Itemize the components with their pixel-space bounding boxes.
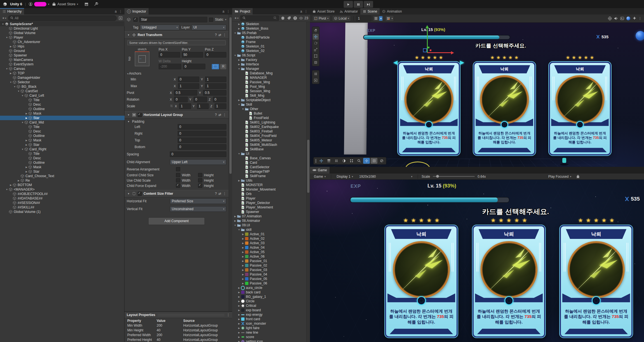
- grid-icon[interactable]: [333, 158, 340, 164]
- foldout-arrow-icon[interactable]: ▶: [241, 278, 245, 280]
- grid-size-field[interactable]: 1: [356, 16, 371, 21]
- tree-item[interactable]: ▶Star: [0, 169, 124, 174]
- scale-slider[interactable]: [433, 176, 475, 177]
- scene-wall-object[interactable]: [344, 23, 368, 155]
- foldout-arrow-icon[interactable]: ▶: [237, 336, 241, 338]
- tree-item[interactable]: #Passive_Mng: [232, 80, 310, 84]
- foldout-arrow-icon[interactable]: ▶: [237, 27, 241, 30]
- foldout-arrow-icon[interactable]: ▼: [237, 103, 241, 106]
- tree-item[interactable]: ▶Passive_05: [232, 277, 310, 281]
- tree-item[interactable]: ▶Passive_03: [232, 268, 310, 272]
- scale-tool[interactable]: [313, 47, 319, 53]
- foldout-arrow-icon[interactable]: ▶: [25, 139, 28, 142]
- tree-item[interactable]: #Skill_Mng: [232, 93, 310, 98]
- static-checkbox[interactable]: [209, 18, 213, 22]
- tree-item[interactable]: ▼Card_Left: [0, 93, 124, 98]
- tree-item[interactable]: #Skill02_Earthquake: [232, 125, 310, 129]
- display-dropdown[interactable]: Display 1▾: [335, 174, 355, 179]
- child-alignment-dropdown[interactable]: Upper Left▾: [170, 159, 226, 165]
- tab-animator[interactable]: Animator: [337, 8, 360, 15]
- game-mode-dropdown[interactable]: Game▾: [312, 174, 327, 179]
- tree-item[interactable]: ▶Active_05: [232, 250, 310, 254]
- gizmos-toggle-icon[interactable]: [632, 16, 637, 21]
- tree-item[interactable]: ▼06.Script: [232, 53, 310, 58]
- reverse-arrangement-checkbox[interactable]: [176, 167, 180, 171]
- lock-icon[interactable]: a: [222, 10, 224, 13]
- skill-card[interactable]: ★★★★★낙뢰하늘에서 랜덤한 몬스터에게 번개를 내리칩니다. 각 번개는 7…: [474, 217, 544, 338]
- tree-item[interactable]: ▼CardSet: [0, 89, 124, 93]
- inspector-scrollbar[interactable]: [229, 15, 232, 342]
- tree-item[interactable]: #Player: [232, 196, 310, 201]
- foldout-arrow-icon[interactable]: ▶: [25, 166, 28, 168]
- layer-dropdown[interactable]: UI▾: [191, 25, 226, 30]
- pivot-toggle[interactable]: Pivot▾: [312, 15, 330, 22]
- play-button[interactable]: [344, 1, 353, 8]
- kebab-menu-icon[interactable]: ⋮: [304, 10, 308, 13]
- tree-item[interactable]: ▶TOP: [0, 71, 124, 75]
- tree-item[interactable]: ▶Passive_02: [232, 263, 310, 268]
- tab-animation[interactable]: Animation: [380, 8, 404, 15]
- height-checkbox[interactable]: [198, 184, 202, 188]
- tree-item[interactable]: Global Volume: [0, 31, 124, 35]
- width-checkbox[interactable]: [176, 173, 180, 177]
- tree-item[interactable]: Outiline: [0, 160, 124, 165]
- number-field[interactable]: -200: [159, 64, 181, 69]
- tab-hierarchy[interactable]: Hierarchy: [0, 8, 24, 15]
- tree-item[interactable]: #Monster_Movement: [232, 187, 310, 192]
- foldout-arrow-icon[interactable]: ▶: [237, 327, 241, 329]
- tree-item[interactable]: #Orb: [232, 192, 310, 196]
- tree-item[interactable]: Ch_Adventurer: [0, 40, 124, 44]
- tree-item[interactable]: ▼BG_Black: [0, 84, 124, 89]
- kebab-menu-icon[interactable]: ⋮: [227, 313, 230, 317]
- tree-item[interactable]: #Session_Mng: [232, 89, 310, 93]
- number-field[interactable]: 0.5: [203, 90, 226, 96]
- content-size-fitter-header[interactable]: ▼ Content Size Fitter ? ⇄ ⋮: [124, 190, 229, 197]
- number-field[interactable]: 0: [194, 97, 207, 102]
- number-field[interactable]: 0: [213, 97, 226, 102]
- foldout-arrow-icon[interactable]: ▶: [237, 63, 241, 66]
- anchor-preset-button[interactable]: [212, 64, 219, 69]
- tree-item[interactable]: Skeleton_02: [232, 49, 310, 53]
- foldout-arrow-icon[interactable]: ▶: [237, 59, 241, 61]
- presets-icon[interactable]: ⇄: [218, 192, 221, 196]
- step-button[interactable]: [364, 1, 373, 8]
- tree-item[interactable]: #Skill06_MultiSlash: [232, 142, 310, 147]
- raw-mode-button[interactable]: R: [220, 64, 226, 69]
- kebab-menu-icon[interactable]: ⋮: [223, 192, 226, 196]
- tab-inspector[interactable]: i Inspector: [124, 8, 149, 15]
- hierarchy-search-input[interactable]: All: [8, 15, 117, 21]
- number-field[interactable]: 50: [182, 52, 203, 58]
- tree-item[interactable]: ▼<MANAGER>: [0, 187, 124, 192]
- help-icon[interactable]: ?: [215, 192, 217, 196]
- tree-item[interactable]: #Skill05_Meteor: [232, 138, 310, 142]
- foldout-arrow-icon[interactable]: ▶: [241, 233, 245, 236]
- camera-lens-icon[interactable]: [626, 16, 631, 21]
- tag-dropdown[interactable]: Untagged▾: [140, 25, 180, 30]
- pause-button[interactable]: [354, 1, 363, 8]
- foldout-arrow-icon[interactable]: ▶: [241, 282, 245, 285]
- foldout-arrow-icon[interactable]: ▶: [241, 242, 245, 244]
- foldout-arrow-icon[interactable]: ▼: [233, 54, 237, 57]
- foldout-arrow-icon[interactable]: ▼: [237, 153, 241, 155]
- foldout-arrow-icon[interactable]: ▶: [237, 340, 241, 342]
- foldout-arrow-icon[interactable]: ▼: [5, 68, 9, 70]
- tree-item[interactable]: ▼skill: [232, 227, 310, 232]
- tree-item[interactable]: #MANAGER: [232, 75, 310, 80]
- tree-item[interactable]: Desc: [0, 156, 124, 160]
- tree-item[interactable]: Title: [0, 151, 124, 156]
- foldout-arrow-icon[interactable]: ▶: [9, 184, 13, 186]
- tree-item[interactable]: ▼Player: [0, 35, 124, 40]
- tree-item[interactable]: ▶Mask: [0, 111, 124, 116]
- card-frame[interactable]: 낙뢰하늘에서 랜덤한 몬스터에게 번개를 내리칩니다. 각 번개는 735의 피…: [473, 62, 535, 155]
- snap-increment-icon[interactable]: [371, 158, 377, 164]
- fit-dropdown[interactable]: Preferred Size▾: [170, 198, 226, 204]
- foldout-arrow-icon[interactable]: ▼: [237, 68, 241, 70]
- foldout-arrow-icon[interactable]: ▶: [233, 220, 237, 222]
- tree-item[interactable]: ▶Star: [0, 142, 124, 147]
- number-field[interactable]: 0: [205, 52, 226, 58]
- tree-item[interactable]: ▼Manager: [232, 66, 310, 71]
- resolution-dropdown[interactable]: 1920x1080▾: [358, 174, 414, 179]
- presets-icon[interactable]: ⇄: [218, 33, 221, 37]
- transform-tool[interactable]: [313, 60, 319, 65]
- tree-item[interactable]: Desc: [0, 129, 124, 134]
